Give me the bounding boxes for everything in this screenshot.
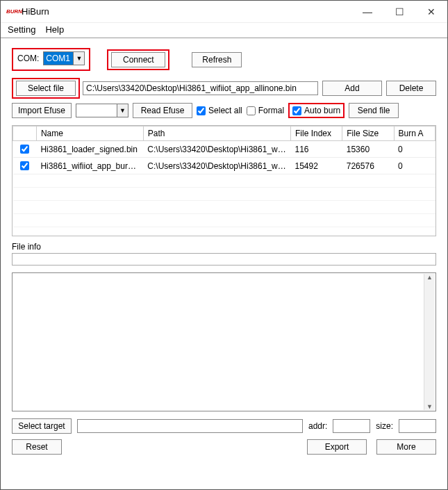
formal-checkbox[interactable]: Formal (247, 106, 284, 115)
app-window: BURN HiBurn — ☐ ✕ Setting Help COM: ▼ Co… (0, 0, 448, 490)
menu-setting[interactable]: Setting (8, 24, 35, 35)
cell-index: 15492 (291, 158, 342, 174)
cell-path: C:\Users\33420\Desktop\Hi3861_wifii... (143, 141, 290, 158)
maximize-button[interactable]: ☐ (383, 1, 415, 22)
formal-label: Formal (258, 106, 284, 115)
select-all-checkbox[interactable]: Select all (197, 106, 242, 115)
auto-burn-input[interactable] (292, 106, 301, 115)
file-info-box[interactable] (12, 253, 436, 266)
efuse-combo[interactable]: ▼ (76, 104, 128, 117)
cell-size: 15360 (342, 141, 394, 158)
col-burn-addr[interactable]: Burn A (394, 126, 435, 141)
com-highlight: COM: ▼ (12, 48, 90, 71)
row-check[interactable] (20, 145, 29, 154)
scrollbar[interactable]: ▲ ▼ (424, 274, 435, 410)
scroll-down-icon[interactable]: ▼ (426, 403, 433, 410)
chevron-down-icon[interactable]: ▼ (73, 52, 84, 65)
connect-highlight: Connect (107, 49, 169, 70)
send-file-button[interactable]: Send file (349, 103, 399, 118)
connect-button[interactable]: Connect (111, 52, 165, 67)
file-table: Name Path File Index File Size Burn A Hi… (12, 125, 436, 236)
select-all-label: Select all (208, 106, 242, 115)
cell-size: 726576 (342, 158, 394, 174)
minimize-button[interactable]: — (351, 1, 383, 22)
file-path-box[interactable]: C:\Users\33420\Desktop\Hi3861_wifiiot_ap… (83, 81, 318, 95)
size-box[interactable] (399, 419, 436, 433)
cell-index: 116 (291, 141, 342, 158)
window-title: HiBurn (22, 6, 49, 17)
window-controls: — ☐ ✕ (351, 1, 447, 22)
cell-path: C:\Users\33420\Desktop\Hi3861_wifii... (143, 158, 290, 174)
addr-box[interactable] (333, 419, 370, 433)
refresh-button[interactable]: Refresh (192, 52, 242, 67)
menubar: Setting Help (1, 23, 447, 38)
select-file-highlight: Select file (12, 78, 80, 99)
scroll-up-icon[interactable]: ▲ (426, 274, 433, 281)
table-row[interactable]: Hi3861_loader_signed.bin C:\Users\33420\… (13, 141, 435, 158)
col-checkbox[interactable] (13, 126, 37, 141)
chevron-down-icon[interactable]: ▼ (117, 104, 128, 117)
auto-burn-label: Auto burn (304, 106, 340, 115)
com-label: COM: (17, 54, 39, 63)
options-row: Import Efuse ▼ Read Efuse Select all For… (12, 103, 436, 118)
autoburn-highlight: Auto burn (288, 103, 345, 118)
table-row-empty: . (13, 214, 435, 227)
delete-button[interactable]: Delete (386, 81, 436, 96)
app-icon: BURN (6, 6, 17, 17)
titlebar: BURN HiBurn — ☐ ✕ (1, 1, 447, 23)
col-file-size[interactable]: File Size (342, 126, 394, 141)
addr-label: addr: (308, 421, 327, 431)
row-check[interactable] (20, 161, 29, 170)
table-row[interactable]: Hi3861_wifiiot_app_burn... C:\Users\3342… (13, 158, 435, 174)
close-button[interactable]: ✕ (415, 1, 447, 22)
file-select-row: Select file C:\Users\33420\Desktop\Hi386… (12, 78, 436, 99)
import-efuse-button[interactable]: Import Efuse (12, 103, 72, 118)
auto-burn-checkbox[interactable]: Auto burn (292, 106, 340, 115)
table-header-row: Name Path File Index File Size Burn A (13, 126, 435, 141)
read-efuse-button[interactable]: Read Efuse (133, 103, 192, 118)
com-port-value[interactable] (44, 52, 73, 65)
content-area: COM: ▼ Connect Refresh Select file C:\Us… (1, 38, 447, 489)
select-target-button[interactable]: Select target (12, 418, 72, 434)
table-row-empty: . (13, 188, 435, 201)
formal-input[interactable] (247, 106, 256, 115)
menu-help[interactable]: Help (45, 24, 64, 35)
col-path[interactable]: Path (143, 126, 290, 141)
select-all-input[interactable] (197, 106, 206, 115)
cell-burn: 0 (394, 158, 435, 174)
add-button[interactable]: Add (322, 81, 382, 96)
file-info-label: File info (12, 242, 436, 252)
target-path-box[interactable] (77, 419, 303, 433)
select-file-button[interactable]: Select file (16, 81, 76, 96)
cell-burn: 0 (394, 141, 435, 158)
log-textarea[interactable]: ▲ ▼ (12, 272, 436, 411)
cell-name: Hi3861_loader_signed.bin (36, 141, 143, 158)
reset-button[interactable]: Reset (12, 439, 62, 455)
efuse-value[interactable] (76, 104, 117, 117)
table-row-empty: . (13, 201, 435, 214)
col-file-index[interactable]: File Index (291, 126, 342, 141)
col-name[interactable]: Name (36, 126, 143, 141)
bottom-controls: Select target addr: size: Reset Export M… (12, 418, 436, 455)
table-row-empty: . (13, 227, 435, 237)
connection-row: COM: ▼ Connect Refresh (12, 48, 436, 71)
size-label: size: (376, 421, 393, 431)
com-port-combo[interactable]: ▼ (43, 51, 85, 65)
cell-name: Hi3861_wifiiot_app_burn... (36, 158, 143, 174)
export-button[interactable]: Export (307, 439, 367, 455)
table-row-empty: . (13, 174, 435, 188)
more-button[interactable]: More (376, 439, 436, 455)
